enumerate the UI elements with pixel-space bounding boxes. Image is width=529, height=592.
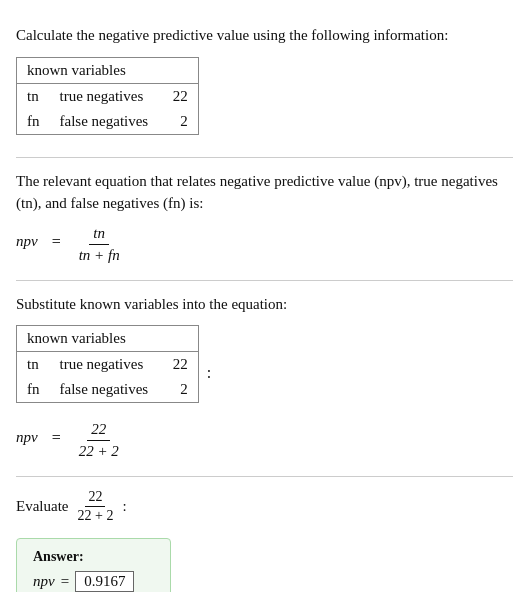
formula-lhs: npv [16, 225, 38, 250]
evaluate-text: Evaluate [16, 498, 68, 515]
section2-formula: npv = tn tn + fn [16, 225, 513, 264]
evaluate-fraction: 22 22 + 2 [74, 489, 116, 524]
table-row: fn false negatives 2 [17, 109, 199, 135]
formula-equals: = [48, 225, 65, 251]
section-4: Evaluate 22 22 + 2 : Answer: npv = 0.916… [16, 477, 513, 592]
section-3: Substitute known variables into the equa… [16, 281, 513, 478]
section-1: Calculate the negative predictive value … [16, 12, 513, 158]
section1-table: known variables tn true negatives 22 fn … [16, 57, 199, 135]
answer-npv: npv [33, 573, 55, 590]
table-label-fn2: false negatives [50, 377, 159, 403]
table-value-fn2: 2 [158, 377, 198, 403]
table-row: tn true negatives 22 [17, 83, 199, 109]
table-abbr-tn2: tn [17, 352, 50, 378]
formula-fraction2: 22 22 + 2 [75, 421, 123, 460]
section3-intro: Substitute known variables into the equa… [16, 293, 513, 316]
section1-table-header: known variables [17, 57, 199, 83]
formula-lhs2: npv [16, 421, 38, 446]
fraction-numerator2: 22 [87, 421, 110, 441]
fraction-numerator: tn [89, 225, 109, 245]
section3-formula: npv = 22 22 + 2 [16, 421, 513, 460]
answer-label: Answer: [33, 549, 154, 565]
section3-table: known variables tn true negatives 22 fn … [16, 325, 199, 403]
eval-fraction-den: 22 + 2 [74, 507, 116, 524]
answer-content: npv = 0.9167 [33, 571, 154, 592]
evaluate-intro: Evaluate 22 22 + 2 : [16, 489, 513, 524]
table-value-fn: 2 [158, 109, 198, 135]
eval-colon: : [122, 498, 126, 515]
colon: : [203, 356, 211, 382]
section3-table-row: known variables tn true negatives 22 fn … [16, 325, 513, 413]
table-abbr-fn2: fn [17, 377, 50, 403]
fraction-denominator2: 22 + 2 [75, 441, 123, 460]
table-abbr-fn: fn [17, 109, 50, 135]
table-label-tn2: true negatives [50, 352, 159, 378]
table-abbr-tn: tn [17, 83, 50, 109]
table-label-tn: true negatives [50, 83, 159, 109]
section-2: The relevant equation that relates negat… [16, 158, 513, 281]
answer-value: 0.9167 [75, 571, 134, 592]
answer-equals: = [61, 573, 69, 590]
fraction-denominator: tn + fn [75, 245, 124, 264]
section1-intro: Calculate the negative predictive value … [16, 24, 513, 47]
table-row: fn false negatives 2 [17, 377, 199, 403]
table-label-fn: false negatives [50, 109, 159, 135]
formula-fraction: tn tn + fn [75, 225, 124, 264]
section2-intro: The relevant equation that relates negat… [16, 170, 513, 215]
eval-fraction-num: 22 [85, 489, 105, 507]
table-value-tn: 22 [158, 83, 198, 109]
table-value-tn2: 22 [158, 352, 198, 378]
answer-box: Answer: npv = 0.9167 [16, 538, 171, 592]
table-row: tn true negatives 22 [17, 352, 199, 378]
section3-table-header: known variables [17, 326, 199, 352]
formula-equals2: = [48, 421, 65, 447]
